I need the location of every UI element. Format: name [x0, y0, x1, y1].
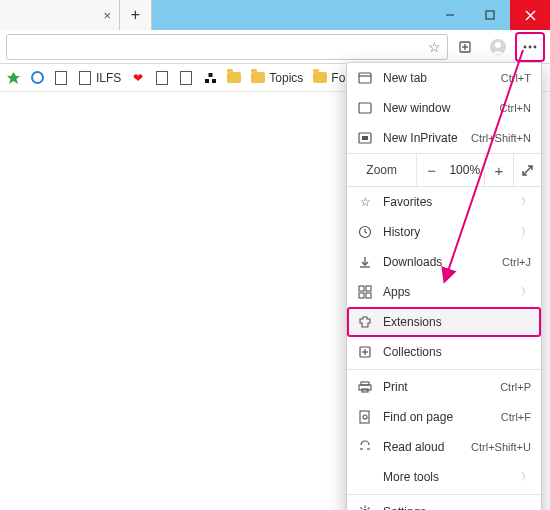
bookmark-item[interactable]: ❤: [131, 71, 145, 85]
menu-label: Extensions: [383, 315, 531, 329]
gear-icon: [357, 504, 373, 510]
read-aloud-icon: [357, 439, 373, 455]
menu-find[interactable]: Find on page Ctrl+F: [347, 402, 541, 432]
folder-icon: [251, 71, 265, 85]
apps-icon: [357, 284, 373, 300]
menu-label: New tab: [383, 71, 491, 85]
menu-favorites[interactable]: ☆ Favorites 〉: [347, 187, 541, 217]
find-icon: [357, 409, 373, 425]
svg-rect-21: [362, 136, 368, 140]
svg-rect-1: [486, 11, 494, 19]
more-icon: [522, 39, 538, 55]
folder-icon: [227, 71, 241, 85]
bookmark-item[interactable]: [6, 71, 20, 85]
menu-label: More tools: [383, 470, 511, 484]
menu-label: Favorites: [383, 195, 511, 209]
bookmark-item[interactable]: [179, 71, 193, 85]
bookmark-item[interactable]: [203, 71, 217, 85]
svg-rect-15: [212, 79, 216, 83]
menu-more-tools[interactable]: More tools 〉: [347, 462, 541, 492]
menu-label: History: [383, 225, 511, 239]
extensions-icon: [357, 314, 373, 330]
folder-icon: [313, 71, 327, 85]
menu-inprivate[interactable]: New InPrivate window Ctrl+Shift+N: [347, 123, 541, 153]
svg-line-47: [368, 508, 370, 510]
menu-shortcut: Ctrl+Shift+U: [471, 441, 531, 453]
bookmark-label: Topics: [269, 71, 303, 85]
svg-line-22: [523, 166, 532, 175]
collections-icon: [458, 39, 474, 55]
bookmark-label: ILFS: [96, 71, 121, 85]
menu-new-tab[interactable]: New tab Ctrl+T: [347, 63, 541, 93]
menu-label: New window: [383, 101, 490, 115]
svg-point-10: [529, 45, 532, 48]
bookmark-folder[interactable]: Topics: [251, 71, 303, 85]
chevron-right-icon: 〉: [521, 195, 531, 209]
svg-rect-19: [359, 103, 371, 113]
zoom-in-button[interactable]: +: [484, 154, 514, 186]
new-tab-icon: [357, 70, 373, 86]
tab-close-icon[interactable]: ×: [103, 8, 111, 23]
window-minimize-button[interactable]: [430, 0, 470, 30]
menu-label: Apps: [383, 285, 511, 299]
window-maximize-button[interactable]: [470, 0, 510, 30]
bookmark-item[interactable]: ILFS: [78, 71, 121, 85]
menu-shortcut: Ctrl+Shift+N: [471, 132, 531, 144]
menu-print[interactable]: Print Ctrl+P: [347, 372, 541, 402]
inprivate-icon: [357, 130, 373, 146]
address-bar[interactable]: ☆: [6, 34, 448, 60]
star-icon: ☆: [357, 194, 373, 210]
menu-shortcut: Ctrl+F: [501, 411, 531, 423]
bookmark-item[interactable]: [227, 71, 241, 85]
browser-tab[interactable]: ×: [0, 0, 120, 30]
chevron-right-icon: 〉: [521, 285, 531, 299]
window-close-button[interactable]: [510, 0, 550, 30]
zoom-out-button[interactable]: −: [416, 154, 446, 186]
menu-apps[interactable]: Apps 〉: [347, 277, 541, 307]
menu-separator: [347, 369, 541, 370]
bookmark-item[interactable]: [30, 71, 44, 85]
page-icon: [78, 71, 92, 85]
bookmark-icon: [203, 71, 217, 85]
close-icon: [525, 10, 536, 21]
svg-rect-27: [366, 286, 371, 291]
title-bar: × +: [0, 0, 550, 30]
minimize-icon: [445, 10, 455, 20]
zoom-label: Zoom: [347, 163, 416, 177]
menu-shortcut: Ctrl+J: [502, 256, 531, 268]
menu-separator: [347, 494, 541, 495]
svg-line-45: [361, 508, 363, 510]
menu-extensions[interactable]: Extensions: [347, 307, 541, 337]
menu-label: Collections: [383, 345, 531, 359]
new-tab-button[interactable]: +: [120, 0, 152, 30]
svg-point-9: [524, 45, 527, 48]
menu-history[interactable]: History 〉: [347, 217, 541, 247]
settings-menu: New tab Ctrl+T New window Ctrl+N New InP…: [346, 62, 542, 510]
menu-shortcut: Ctrl+T: [501, 72, 531, 84]
page-icon: [155, 71, 169, 85]
zoom-value: 100%: [446, 163, 484, 177]
menu-downloads[interactable]: Downloads Ctrl+J: [347, 247, 541, 277]
bookmark-item[interactable]: [54, 71, 68, 85]
favorite-star-icon[interactable]: ☆: [428, 39, 441, 55]
svg-point-37: [363, 415, 367, 419]
fullscreen-button[interactable]: [513, 154, 541, 186]
menu-label: Read aloud: [383, 440, 461, 454]
bookmark-icon: [30, 71, 44, 85]
svg-point-13: [32, 72, 43, 83]
menu-read-aloud[interactable]: Read aloud Ctrl+Shift+U: [347, 432, 541, 462]
svg-rect-29: [366, 293, 371, 298]
svg-point-8: [495, 42, 501, 48]
svg-rect-14: [205, 79, 209, 83]
chevron-right-icon: 〉: [521, 470, 531, 484]
menu-label: Settings: [383, 505, 531, 510]
svg-rect-28: [359, 293, 364, 298]
settings-and-more-button[interactable]: [516, 33, 544, 61]
menu-new-window[interactable]: New window Ctrl+N: [347, 93, 541, 123]
collections-button[interactable]: [452, 33, 480, 61]
svg-rect-17: [359, 73, 371, 83]
bookmark-item[interactable]: [155, 71, 169, 85]
menu-settings[interactable]: Settings: [347, 497, 541, 510]
menu-collections[interactable]: Collections: [347, 337, 541, 367]
profile-button[interactable]: [484, 33, 512, 61]
